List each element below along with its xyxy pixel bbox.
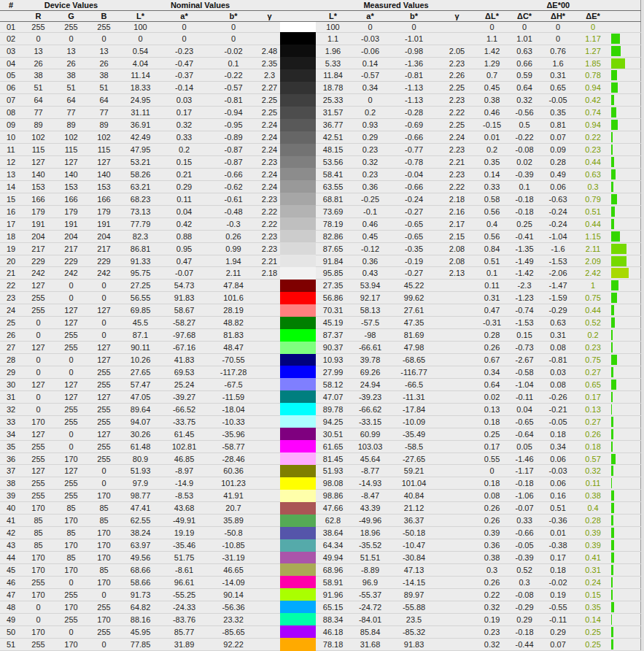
delta-e-bar: [611, 219, 614, 229]
measured-l: 81.45: [316, 452, 350, 465]
color-swatch: [280, 304, 316, 317]
delta-e: 0.31: [575, 563, 611, 576]
measured-b: 59.21: [390, 465, 438, 477]
measured-gamma: 2.25: [438, 82, 476, 94]
measured-a: 31.68: [350, 638, 390, 650]
delta-e-bar-cell: [611, 563, 640, 576]
measured-a: -66.62: [350, 403, 390, 415]
measured-gamma: 2.23: [438, 168, 476, 180]
measured-l: 88.34: [316, 613, 350, 625]
nominal-gamma: [259, 477, 280, 490]
row-number: 44: [0, 552, 22, 564]
measured-b: -85.32: [390, 625, 438, 638]
device-r: 204: [22, 230, 55, 242]
nominal-l: 45.95: [120, 625, 160, 638]
delta-h: 0.76: [541, 45, 575, 57]
color-swatch: [280, 193, 316, 205]
table-row: 31012712747.05-39.27-11.5947.07-39.23-11…: [0, 390, 640, 403]
nominal-l: 4.04: [120, 57, 160, 69]
nominal-l: 91.73: [120, 588, 160, 601]
measured-b: -66.5: [390, 378, 438, 390]
table-row: 40170858547.4143.6820.747.6643.3921.120.…: [0, 502, 640, 515]
nominal-l: 56.55: [120, 292, 160, 304]
device-g: 127: [55, 304, 88, 317]
delta-h: -0.38: [541, 539, 575, 552]
row-number: 05: [0, 69, 22, 82]
device-g: 0: [55, 32, 88, 45]
nominal-l: 53.21: [120, 156, 160, 169]
nominal-l: 57.47: [120, 378, 160, 390]
color-swatch: [280, 217, 316, 230]
nominal-gamma: [259, 22, 280, 33]
measured-l: 11.84: [316, 69, 350, 82]
color-swatch: [280, 515, 316, 527]
device-g: 0: [55, 440, 88, 452]
measured-a: -33.15: [350, 415, 390, 428]
row-number: 13: [0, 168, 22, 180]
delta-c: -0.41: [508, 230, 541, 242]
device-r: 127: [22, 465, 55, 477]
device-r: 0: [22, 601, 55, 613]
delta-e-bar: [611, 132, 613, 142]
table-row: 48017025564.82-24.33-56.3665.15-24.72-55…: [0, 601, 640, 613]
device-b: 0: [88, 329, 120, 342]
measured-l: 87.65: [316, 242, 350, 255]
nominal-gamma: 2.24: [259, 119, 280, 131]
measured-b: -0.98: [390, 45, 438, 57]
nominal-b: 0: [208, 32, 259, 45]
measured-a: 39.78: [350, 354, 390, 366]
table-row: 2124224224295.75-0.072.112.1895.850.43-0…: [0, 267, 640, 280]
measured-l: 25.33: [316, 94, 350, 107]
delta-l: 0.08: [476, 490, 508, 502]
measured-b: -0.69: [390, 119, 438, 131]
device-r: 153: [22, 180, 55, 193]
nominal-gamma: 2.24: [259, 180, 280, 193]
delta-e-bar-cell: [611, 390, 640, 403]
nominal-gamma: 2.27: [259, 82, 280, 94]
delta-c: -1.35: [508, 242, 541, 255]
nominal-b: 48.47: [208, 342, 259, 354]
col-delta-c: ΔC*: [508, 11, 541, 22]
device-b: 0: [88, 588, 120, 601]
delta-h: -0.05: [541, 94, 575, 107]
delta-h: 0.81: [541, 119, 575, 131]
measured-a: -49.96: [350, 515, 390, 527]
delta-c: 0.64: [508, 82, 541, 94]
delta-l: 0.17: [476, 440, 508, 452]
delta-l: 0.47: [476, 304, 508, 317]
nominal-a: 19.19: [160, 527, 208, 539]
delta-e-bar: [611, 565, 613, 575]
delta-c: 0.05: [508, 440, 541, 452]
measured-b: 47.98: [390, 342, 438, 354]
delta-e-bar: [611, 442, 613, 452]
device-b: 153: [88, 180, 120, 193]
measured-gamma: [438, 304, 476, 317]
device-b: 127: [88, 428, 120, 440]
nominal-gamma: [259, 552, 280, 564]
color-swatch: [280, 354, 316, 366]
row-number: 24: [0, 304, 22, 317]
measured-l: 87.37: [316, 329, 350, 342]
delta-e-bar-cell: [611, 378, 640, 390]
color-swatch: [280, 107, 316, 119]
nominal-a: -35.46: [160, 539, 208, 552]
group-header: Measured Values: [316, 0, 476, 11]
col-measured-b: b*: [390, 11, 438, 22]
nominal-b: -11.59: [208, 390, 259, 403]
delta-c: -0.18: [508, 205, 541, 217]
nominal-b: -70.55: [208, 354, 259, 366]
device-r: 0: [22, 354, 55, 366]
delta-e-bar-cell: [611, 267, 640, 280]
measured-b: 0: [390, 22, 438, 33]
nominal-b: 81.83: [208, 329, 259, 342]
delta-e: 0: [575, 22, 611, 33]
measured-a: 0.29: [350, 131, 390, 144]
nominal-a: 0.03: [160, 94, 208, 107]
nominal-b: 0: [208, 22, 259, 33]
measured-l: 78.18: [316, 638, 350, 650]
device-r: 217: [22, 242, 55, 255]
device-g: 166: [55, 193, 88, 205]
measured-gamma: 2.08: [438, 242, 476, 255]
measured-a: 0.23: [350, 168, 390, 180]
device-b: 191: [88, 217, 120, 230]
